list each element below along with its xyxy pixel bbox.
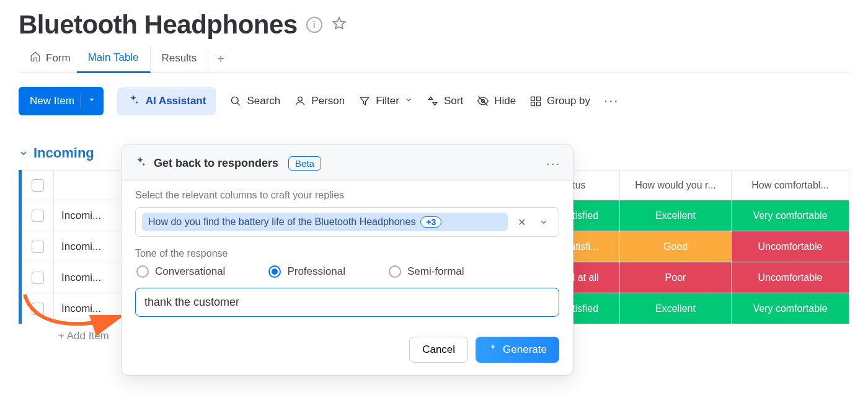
group-by-button[interactable]: Group by — [529, 95, 590, 107]
svg-rect-6 — [537, 102, 541, 106]
columns-select-label: Select the relevant columns to craft you… — [135, 190, 559, 201]
svg-point-0 — [232, 97, 239, 104]
tab-main-table[interactable]: Main Table — [77, 47, 151, 73]
tone-radio-group: Conversational Professional Semi-formal — [136, 265, 559, 278]
beta-badge: Beta — [288, 156, 321, 171]
group-icon — [529, 95, 542, 107]
search-icon — [229, 95, 242, 107]
svg-rect-5 — [531, 102, 535, 106]
rating-cell[interactable]: Good — [620, 231, 732, 262]
hide-icon — [477, 95, 489, 107]
filter-button[interactable]: Filter — [358, 95, 413, 107]
filter-icon — [358, 95, 371, 107]
columns-select[interactable]: How do you find the battery life of the … — [135, 207, 559, 237]
row-checkbox[interactable] — [32, 241, 44, 253]
clear-icon[interactable]: ✕ — [513, 213, 530, 231]
person-filter-button[interactable]: Person — [294, 95, 345, 107]
board-toolbar: New Item AI Assistant Search Person Filt… — [19, 87, 849, 115]
comfort-cell[interactable]: Very comfortable — [732, 293, 849, 324]
search-button[interactable]: Search — [229, 95, 280, 107]
row-checkbox[interactable] — [32, 210, 44, 222]
favorite-star-icon[interactable] — [331, 16, 347, 34]
chevron-down-icon — [404, 95, 413, 107]
popover-more-icon[interactable]: ··· — [546, 156, 560, 171]
svg-point-1 — [298, 97, 303, 101]
more-count-badge: +3 — [420, 216, 441, 228]
home-icon — [30, 51, 41, 65]
cancel-button[interactable]: Cancel — [409, 337, 468, 363]
column-chip[interactable]: How do you find the battery life of the … — [142, 213, 508, 231]
column-header-rating[interactable]: How would you r... — [620, 171, 732, 200]
comfort-cell[interactable]: Very comfortable — [732, 200, 849, 231]
tone-option-semi-formal[interactable]: Semi-formal — [389, 265, 464, 278]
ai-assistant-button[interactable]: AI Assistant — [117, 87, 216, 115]
svg-rect-4 — [537, 97, 541, 100]
tone-option-professional[interactable]: Professional — [268, 265, 345, 278]
page-title: Bluetooth Headphones — [19, 10, 298, 40]
sparkle-icon — [127, 94, 140, 109]
row-checkbox[interactable] — [32, 272, 44, 284]
tab-form-label: Form — [46, 52, 71, 64]
generate-button[interactable]: Generate — [476, 337, 559, 363]
toolbar-more-icon[interactable]: ··· — [604, 93, 619, 109]
chevron-down-icon — [87, 95, 96, 107]
tab-form[interactable]: Form — [19, 46, 77, 73]
rating-cell[interactable]: Excellent — [620, 200, 732, 231]
rating-cell[interactable]: Excellent — [620, 293, 732, 324]
new-item-button[interactable]: New Item — [19, 87, 104, 115]
hide-button[interactable]: Hide — [477, 95, 516, 107]
sort-icon — [427, 95, 439, 107]
info-icon[interactable]: i — [306, 17, 322, 33]
select-all-checkbox[interactable] — [32, 179, 44, 192]
row-checkbox[interactable] — [32, 303, 44, 315]
prompt-input[interactable] — [135, 288, 559, 317]
tone-option-conversational[interactable]: Conversational — [136, 265, 225, 278]
svg-rect-3 — [531, 97, 535, 100]
sparkle-icon — [488, 344, 498, 357]
comfort-cell[interactable]: Uncomfortable — [732, 231, 849, 262]
rating-cell[interactable]: Poor — [620, 262, 732, 293]
view-tabs: Form Main Table Results + — [19, 46, 849, 73]
popover-title: Get back to responders — [154, 157, 278, 170]
ai-assistant-popover: Get back to responders Beta ··· Select t… — [121, 144, 574, 376]
tone-label: Tone of the response — [135, 248, 559, 259]
chevron-down-icon — [19, 148, 29, 158]
tab-add-view[interactable]: + — [208, 50, 233, 69]
sort-button[interactable]: Sort — [427, 95, 463, 107]
chevron-down-icon[interactable] — [535, 213, 552, 231]
tab-results[interactable]: Results — [151, 47, 209, 72]
column-header-comfort[interactable]: How comfortabl... — [732, 171, 849, 200]
comfort-cell[interactable]: Uncomfortable — [732, 262, 849, 293]
person-icon — [294, 95, 306, 107]
sparkle-icon — [134, 156, 146, 171]
